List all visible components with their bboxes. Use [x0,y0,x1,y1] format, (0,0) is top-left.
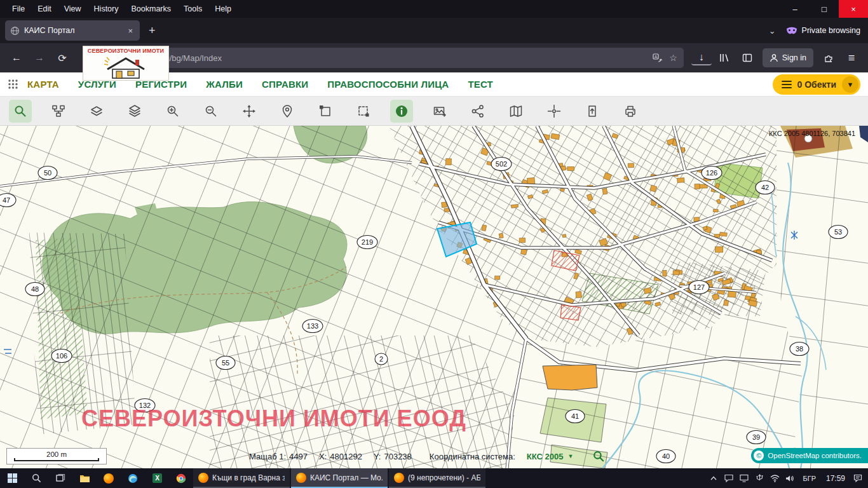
menu-help[interactable]: Help [209,2,237,16]
logo-title: СЕВЕРОИЗТОЧНИ ИМОТИ [88,48,164,54]
volume-icon[interactable] [782,468,797,488]
svg-text:X: X [155,475,159,482]
map-share-tool[interactable] [466,100,489,123]
windows-taskbar: X Къщи в град Варна з... КАИС Портал — M… [0,468,868,488]
print-icon [623,104,637,118]
taskbar-window-kashti-varna[interactable]: Къщи в град Варна з... [193,468,290,488]
map-layers-tool[interactable] [123,100,146,123]
taskbar-search-icon[interactable] [24,468,48,488]
tab-close-icon[interactable]: × [126,26,135,36]
copyright-icon: © [754,451,764,461]
export-page-icon [585,104,599,118]
layers-icon [128,104,142,118]
chat-tray-icon[interactable] [721,468,736,488]
new-tab-button[interactable]: + [142,23,162,39]
map-snap-tool[interactable] [543,100,566,123]
zoom-out-icon [204,104,218,118]
map-topology-tool[interactable] [47,100,70,123]
nav-pravosposobni-lica[interactable]: ПРАВОСПОСОБНИ ЛИЦА [327,79,449,90]
start-button[interactable] [0,468,24,488]
map-image-export-tool[interactable] [428,100,451,123]
firefox-icon[interactable] [97,468,121,488]
nav-zhalbi[interactable]: ЖАЛБИ [206,79,243,90]
nav-karta[interactable]: КАРТА [27,79,59,90]
hidden-icons-caret[interactable] [706,468,721,488]
orange-parcel [543,365,597,390]
osm-attribution[interactable]: © OpenStreetMap contributors. [751,448,868,463]
svg-text:47: 47 [3,196,10,204]
extensions-puzzle-icon[interactable] [818,48,839,67]
globe-favicon [10,26,20,36]
taskbar-clock[interactable]: 17:59 [821,474,850,483]
nav-test[interactable]: ТЕСТ [468,79,493,90]
bookmark-star-icon[interactable]: ☆ [669,53,677,63]
url-bar[interactable]: kais.cadastre.bg/bg/Map/Index A ☆ [103,48,684,68]
sign-in-button[interactable]: Sign in [763,48,813,67]
map-extent-tool[interactable] [352,100,375,123]
map-select-area-tool[interactable] [314,100,337,123]
close-button[interactable]: × [839,0,868,18]
file-explorer-icon[interactable] [72,468,97,488]
status-search-button[interactable] [592,450,605,463]
list-all-tabs-icon[interactable]: ⌄ [765,25,780,37]
map-identify-tool[interactable] [390,100,413,123]
wifi-icon[interactable] [767,468,782,488]
window-title: Къщи в град Варна з... [212,473,285,482]
language-indicator[interactable]: БГР [797,475,821,482]
notification-center-icon[interactable] [850,468,865,488]
menu-view[interactable]: View [58,2,87,16]
back-button[interactable]: ← [6,48,27,67]
map-layers-flat-tool[interactable] [85,100,108,123]
tab-bar: КАИС Портал × + ⌄ Private browsing [0,18,868,43]
display-tray-icon[interactable] [736,468,752,488]
map-pan-tool[interactable] [238,100,261,123]
layers-flat-icon [90,104,104,118]
private-browsing-label: Private browsing [802,26,860,35]
osm-attribution-text: OpenStreetMap contributors. [768,452,862,459]
tab-kais-portal[interactable]: КАИС Портал × [5,20,140,41]
map-canvas[interactable]: 50 47 48 106 132 133 55 219 2 502 126 42… [0,126,868,468]
objects-counter-label: 0 Обекти [797,79,836,90]
objects-counter-button[interactable]: 0 Обекти ▼ [773,74,860,95]
menu-tools[interactable]: Tools [178,2,208,16]
sidebar-icon[interactable] [737,48,757,67]
map-locate-tool[interactable] [276,100,299,123]
excel-icon[interactable]: X [145,468,169,488]
chrome-icon[interactable] [169,468,193,488]
svg-text:133: 133 [307,322,318,330]
forward-button[interactable]: → [29,48,50,67]
select-area-icon [318,104,332,118]
app-menu-icon[interactable]: ≡ [841,48,862,67]
map-sheet-tool[interactable] [505,100,527,123]
apps-grid-icon[interactable] [8,79,18,90]
translate-icon[interactable]: A [653,53,663,62]
svg-text:40: 40 [662,452,670,460]
reload-button[interactable]: ⟳ [52,48,72,67]
menu-file[interactable]: File [6,2,31,16]
map-export-page-tool[interactable] [581,100,604,123]
usb-tray-icon[interactable] [752,468,767,488]
menu-bookmarks[interactable]: Bookmarks [125,2,177,16]
nav-spravki[interactable]: СПРАВКИ [262,79,308,90]
private-mask-icon [786,27,797,35]
objects-expand-icon[interactable]: ▼ [842,76,858,93]
firefox-menubar: File Edit View History Bookmarks Tools H… [0,0,868,18]
library-icon[interactable] [714,48,735,67]
taskbar-window-mail[interactable]: (9 непрочетени) - АБ... [389,468,485,488]
task-view-icon[interactable] [48,468,72,488]
maximize-button[interactable]: □ [810,0,839,18]
map-zoom-in-tool[interactable] [161,100,184,123]
map-print-tool[interactable] [619,100,642,123]
edge-icon[interactable] [121,468,145,488]
downloads-icon[interactable]: ↓ [691,50,712,65]
crs-select[interactable]: ККС 2005 ▼ [527,452,574,461]
map-zoom-out-tool[interactable] [200,100,222,123]
svg-text:53: 53 [834,228,842,236]
status-search-icon [592,450,605,463]
menu-edit[interactable]: Edit [32,2,57,16]
minimize-button[interactable]: – [780,0,810,18]
map-search-tool[interactable] [9,100,32,123]
taskbar-window-kais-portal[interactable]: КАИС Портал — Mo... [291,468,388,488]
menu-history[interactable]: History [88,2,125,16]
folded-map-icon [509,104,523,118]
